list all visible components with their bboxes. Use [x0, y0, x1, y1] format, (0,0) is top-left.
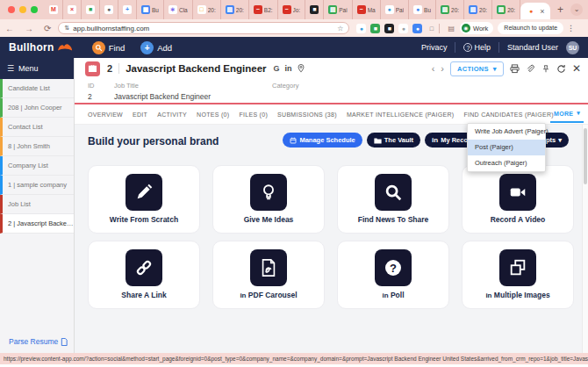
find-button[interactable]: Find: [92, 41, 125, 54]
maximize-window-icon[interactable]: [31, 6, 38, 13]
user-menu[interactable]: Standard User: [507, 43, 558, 52]
browser-tab[interactable]: −Jo:: [278, 0, 306, 19]
extension-icon[interactable]: ●: [356, 24, 366, 33]
browser-tab[interactable]: ●Pai: [381, 0, 409, 19]
close-record-icon[interactable]: ✕: [572, 62, 581, 75]
tab-edit[interactable]: EDIT: [133, 112, 147, 118]
card-record-a-video[interactable]: Record A Video: [462, 165, 574, 234]
tab-activity[interactable]: ACTIVITY: [157, 112, 187, 118]
extension-icon[interactable]: ●: [412, 24, 422, 33]
browser-tab[interactable]: ×: [63, 0, 82, 19]
extension-icon[interactable]: ■: [370, 24, 380, 33]
relaunch-button[interactable]: Relaunch to update: [498, 22, 563, 34]
the-vault-button[interactable]: The Vault: [367, 133, 420, 148]
extension-icon[interactable]: □: [427, 24, 436, 33]
forward-icon[interactable]: →: [19, 24, 39, 33]
tab-more[interactable]: MORE▾: [554, 110, 580, 119]
browser-tab[interactable]: −B2:: [249, 0, 278, 19]
parse-resume-link[interactable]: Parse Resume: [9, 337, 68, 346]
google-icon[interactable]: G: [274, 64, 280, 73]
user-avatar[interactable]: SU: [566, 41, 579, 54]
back-icon[interactable]: ←: [0, 24, 19, 33]
side-panel-icon[interactable]: ▤: [442, 25, 460, 32]
sidebar-item-javascript-backend[interactable]: 2 | Javascript Backend Engineer: [0, 214, 74, 234]
help-link[interactable]: ?Help: [463, 43, 491, 52]
url-text[interactable]: app.bullhornstaffing.com: [73, 25, 337, 32]
actions-button[interactable]: ACTIONS▾: [450, 61, 504, 76]
location-pin-icon[interactable]: [298, 61, 305, 76]
browser-tab[interactable]: ▤Pai: [324, 0, 352, 19]
scrollbar[interactable]: [582, 125, 588, 353]
browser-tab-active[interactable]: ●×: [520, 3, 550, 19]
close-window-icon[interactable]: [8, 6, 15, 13]
menu-header[interactable]: ☰ Menu: [0, 58, 74, 79]
window-controls[interactable]: [0, 6, 45, 13]
browser-tab[interactable]: ●: [100, 0, 118, 19]
browser-tab[interactable]: ■: [82, 0, 100, 19]
card-pdf-carousel[interactable]: in PDF Carousel: [212, 241, 325, 309]
sidebar-item-company-list[interactable]: Company List: [0, 156, 74, 176]
help-icon: ?: [463, 43, 472, 52]
bookmark-star-icon[interactable]: ☆: [337, 25, 343, 32]
browser-tab[interactable]: ▤20:: [436, 0, 464, 19]
print-icon[interactable]: [510, 64, 520, 74]
menu-item-outreach[interactable]: Outreach (Paiger): [468, 155, 545, 171]
browser-tab[interactable]: +: [118, 0, 137, 19]
extension-icon[interactable]: ●: [398, 24, 408, 33]
sidebar-item-sample-company[interactable]: 1 | sample company: [0, 176, 74, 195]
sidebar-item-contact-list[interactable]: Contact List: [0, 118, 74, 137]
profile-chip[interactable]: ◉ Work: [460, 22, 493, 34]
tab-submissions[interactable]: SUBMISSIONS (38): [277, 112, 337, 118]
linkedin-icon[interactable]: in: [285, 64, 292, 73]
card-multiple-images[interactable]: in Multiple Images: [462, 241, 574, 309]
card-poll[interactable]: ? in Poll: [337, 241, 449, 309]
menu-item-write-job-advert[interactable]: Write Job Advert (Paiger): [468, 124, 545, 140]
browser-tab[interactable]: ▦Bu: [137, 0, 164, 19]
extension-icon[interactable]: ■: [384, 24, 394, 33]
next-record-icon[interactable]: ›: [441, 63, 444, 74]
card-find-news-to-share[interactable]: Find News To Share: [337, 165, 449, 234]
card-share-a-link[interactable]: Share A Link: [88, 241, 200, 309]
tab-search-icon[interactable]: ⌄: [570, 4, 583, 16]
extension-icons[interactable]: ●■■●●□: [356, 24, 436, 33]
refresh-icon[interactable]: [556, 64, 566, 74]
tab-notes[interactable]: NOTES (0): [197, 112, 229, 118]
sidebar-item-john-cooper[interactable]: 208 | John Cooper: [0, 98, 74, 118]
browser-tab[interactable]: ▤20:: [221, 0, 249, 19]
browser-tab[interactable]: ▤20:: [464, 0, 492, 19]
manage-schedule-button[interactable]: Manage Schedule: [283, 133, 362, 148]
sidebar-item-john-smith[interactable]: 8 | John Smith: [0, 137, 74, 156]
record-meta: ID 2 Job Title Javascript Backend Engine…: [75, 79, 588, 103]
browser-tab[interactable]: −Ma: [353, 0, 381, 19]
tab-files[interactable]: FILES (0): [239, 112, 268, 118]
menu-item-post[interactable]: Post (Paiger): [468, 140, 545, 155]
site-info-icon[interactable]: ⇅: [64, 25, 69, 32]
images-icon: [499, 249, 536, 286]
prev-record-icon[interactable]: ‹: [432, 63, 435, 74]
card-give-me-ideas[interactable]: Give Me Ideas: [212, 165, 325, 234]
add-button[interactable]: + Add: [140, 41, 172, 54]
browser-tab[interactable]: □20:: [193, 0, 221, 19]
minimize-window-icon[interactable]: [19, 6, 26, 13]
sidebar-item-job-list[interactable]: Job List: [0, 195, 74, 214]
reload-icon[interactable]: ⟳: [39, 24, 56, 33]
privacy-link[interactable]: Privacy: [421, 43, 448, 52]
attachment-icon[interactable]: [526, 64, 535, 74]
chrome-menu-icon[interactable]: ⋮: [563, 24, 578, 32]
new-tab-button[interactable]: +: [550, 4, 570, 16]
browser-tab-list[interactable]: M×■●+▦Bu∗Cla□20:▤20:−B2:−Jo:■▤Pai−Ma●Pai…: [45, 0, 550, 19]
tab-overview[interactable]: OVERVIEW: [88, 112, 123, 118]
browser-tab[interactable]: ▤20:: [492, 0, 520, 19]
tab-find-candidates[interactable]: FIND CANDIDATES (PAIGER): [463, 112, 554, 118]
address-bar[interactable]: ⇅ app.bullhornstaffing.com ☆: [58, 22, 349, 34]
browser-tab[interactable]: M: [45, 0, 63, 19]
sidebar-item-candidate-list[interactable]: Candidate List: [0, 79, 74, 98]
card-write-from-scratch[interactable]: Write From Scratch: [88, 165, 200, 234]
browser-tab[interactable]: ∗Cla: [164, 0, 193, 19]
tab-close-icon[interactable]: ×: [540, 7, 544, 16]
tab-market-intelligence[interactable]: MARKET INTELLIGENCE (PAIGER): [347, 112, 455, 118]
browser-tab[interactable]: ●Bu: [409, 0, 436, 19]
scrollbar-thumb[interactable]: [584, 128, 587, 184]
pushpin-icon[interactable]: [541, 64, 550, 74]
browser-tab[interactable]: ■: [305, 0, 324, 19]
